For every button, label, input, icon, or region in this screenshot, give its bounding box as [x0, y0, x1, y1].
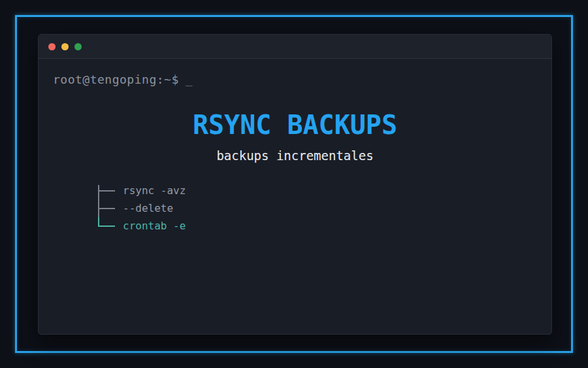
minimize-button[interactable]	[61, 43, 69, 50]
tree-branch-icon	[98, 182, 123, 199]
close-button[interactable]	[48, 43, 56, 50]
tree-item-label: rsync -avz	[123, 184, 186, 197]
tree-item: --delete	[98, 199, 551, 217]
banner: RSYNC BACKUPS backups incrementales	[53, 112, 537, 162]
tree-branch-icon	[98, 199, 123, 217]
tree-item-label: --delete	[123, 202, 173, 214]
terminal-cursor: _	[186, 73, 193, 86]
maximize-button[interactable]	[74, 43, 82, 50]
page-subtitle: backups incrementales	[53, 150, 537, 162]
page-title: RSYNC BACKUPS	[53, 112, 537, 138]
prompt-text: root@tengoping:~$	[53, 73, 179, 86]
terminal-screen[interactable]: root@tengoping:~$_ RSYNC BACKUPS backups…	[39, 74, 551, 235]
tree-item-label: crontab -e	[123, 220, 186, 232]
command-tree: rsync -avz --delete crontab -e	[98, 182, 551, 235]
tree-item: rsync -avz	[98, 182, 551, 199]
terminal-window: root@tengoping:~$_ RSYNC BACKUPS backups…	[38, 34, 552, 335]
terminal-titlebar	[39, 35, 551, 59]
tree-item: crontab -e	[98, 217, 551, 235]
tree-elbow-icon	[98, 217, 123, 235]
shell-prompt[interactable]: root@tengoping:~$_	[53, 74, 551, 86]
